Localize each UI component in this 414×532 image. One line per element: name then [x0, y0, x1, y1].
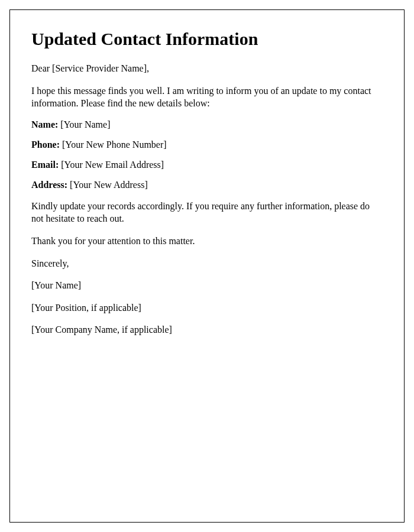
signoff: Sincerely,: [31, 257, 383, 270]
intro-paragraph: I hope this message finds you well. I am…: [31, 85, 383, 110]
field-phone: Phone: [Your New Phone Number]: [31, 140, 383, 150]
document-frame: Updated Contact Information Dear [Servic…: [9, 9, 405, 523]
field-name-value: [Your Name]: [58, 119, 110, 129]
field-email-label: Email:: [31, 160, 59, 170]
field-address-label: Address:: [31, 180, 67, 190]
field-phone-label: Phone:: [31, 140, 60, 150]
field-phone-value: [Your New Phone Number]: [60, 140, 167, 150]
thanks-line: Thank you for your attention to this mat…: [31, 235, 383, 248]
field-address-value: [Your New Address]: [67, 180, 148, 190]
field-name-label: Name:: [31, 119, 58, 129]
salutation: Dear [Service Provider Name],: [31, 62, 383, 75]
field-email: Email: [Your New Email Address]: [31, 160, 383, 170]
field-email-value: [Your New Email Address]: [59, 160, 164, 170]
field-name: Name: [Your Name]: [31, 119, 383, 130]
signature-company: [Your Company Name, if applicable]: [31, 323, 383, 336]
page-title: Updated Contact Information: [31, 29, 383, 49]
closing-request: Kindly update your records accordingly. …: [31, 200, 383, 225]
signature-position: [Your Position, if applicable]: [31, 301, 383, 314]
signature-name: [Your Name]: [31, 279, 383, 292]
field-address: Address: [Your New Address]: [31, 180, 383, 190]
